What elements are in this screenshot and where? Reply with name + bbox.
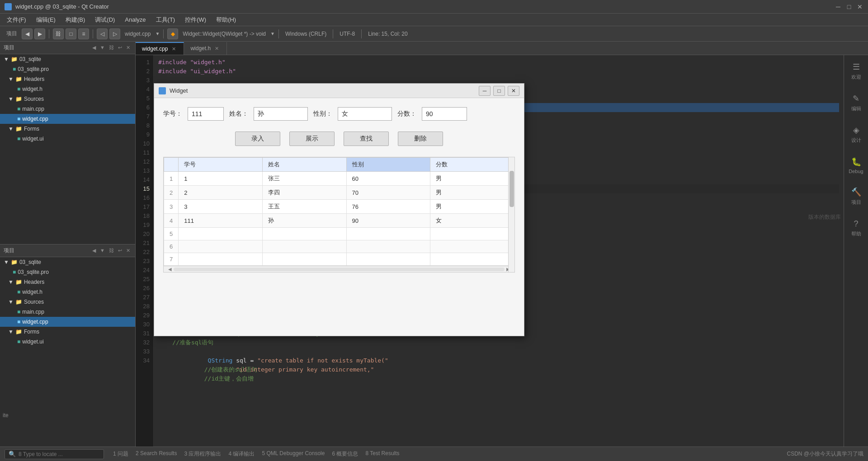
menu-edit[interactable]: 编辑(E) (32, 14, 60, 25)
sidebar: 项目 ◀ ▼ ⛓ ↩ ✕ ▼ 📁 03_sqlite ■ 03_sqlite.p… (0, 42, 136, 447)
right-panel-project[interactable]: 🔨 项目 (843, 184, 868, 208)
dialog-close-button[interactable]: ✕ (508, 86, 519, 96)
debug-icon: 🐛 (851, 156, 862, 167)
right-panel-edit[interactable]: ✎ 编辑 (843, 90, 868, 115)
tree-widget-cpp[interactable]: ■ widget.cpp (0, 114, 135, 124)
sidebar-ctrl-wrap-b[interactable]: ↩ (117, 247, 123, 254)
tree-03sqlite-pro[interactable]: ■ 03_sqlite.pro (0, 64, 135, 74)
app-output-label[interactable]: 3 应用程序输出 (184, 450, 221, 458)
find-button[interactable]: 查找 (344, 132, 389, 146)
sidebar-ctrl-link-b[interactable]: ⛓ (108, 247, 115, 254)
hscroll-left-button[interactable]: ◀ (166, 267, 174, 272)
right-panel-debug[interactable]: 🐛 Debug (843, 154, 868, 177)
cell-score-3: 76 (346, 200, 430, 214)
tree-widget-h[interactable]: ■ widget.h (0, 84, 135, 94)
toolbar-btn-fwd[interactable]: ▷ (109, 28, 120, 39)
tree-main-cpp[interactable]: ■ main.cpp (0, 104, 135, 114)
sidebar-header-top: 项目 ◀ ▼ ⛓ ↩ ✕ (0, 42, 135, 54)
table-scrollbar-horizontal[interactable]: ◀ ▶ (164, 266, 514, 272)
right-panel-help[interactable]: ? 帮助 (843, 216, 868, 240)
overview-label[interactable]: 6 概要信息 (332, 450, 358, 458)
menu-help[interactable]: 帮助(H) (212, 14, 241, 25)
enter-button[interactable]: 录入 (235, 132, 280, 146)
cell-name-6 (262, 240, 346, 253)
search-results-count[interactable]: 2 Search Results (136, 450, 177, 458)
maximize-button[interactable]: □ (845, 3, 853, 10)
tab-close-widget-h[interactable]: ✕ (213, 45, 220, 52)
tab-widget-h[interactable]: widget.h ✕ (184, 42, 227, 55)
cell-score-2: 70 (346, 186, 430, 200)
right-panel-label-edit: 编辑 (851, 105, 861, 112)
menu-analyze[interactable]: Analyze (120, 15, 150, 24)
toolbar-btn-back[interactable]: ◁ (97, 28, 108, 39)
tree-03sqlite-b[interactable]: ▼ 📁 03_sqlite (0, 257, 135, 267)
sidebar-ctrl-wrap[interactable]: ↩ (117, 44, 123, 51)
bottom-bar: 🔍 1 问题 2 Search Results 3 应用程序输出 4 编译输出 … (0, 447, 868, 461)
tree-forms[interactable]: ▼ 📁 Forms (0, 124, 135, 134)
sidebar-ctrl-filter[interactable]: ▼ (99, 44, 106, 51)
tree-widget-ui-b[interactable]: ■ widget.ui (0, 337, 135, 347)
tree-forms-b[interactable]: ▼ 📁 Forms (0, 327, 135, 337)
delete-button[interactable]: 删除 (398, 132, 443, 146)
menu-tools[interactable]: 工具(T) (151, 14, 180, 25)
tab-widget-cpp[interactable]: widget.cpp ✕ (136, 42, 184, 55)
xingming-input[interactable] (254, 107, 308, 121)
toolbar-btn-2[interactable]: ▶ (34, 28, 45, 39)
qml-label[interactable]: 5 QML Debugger Console (262, 450, 325, 458)
fenshu-input[interactable] (422, 107, 467, 121)
menu-file[interactable]: 文件(F) (2, 14, 31, 25)
tree-sources-b[interactable]: ▼ 📁 Sources (0, 297, 135, 307)
table-scrollbar-vertical[interactable] (508, 157, 514, 272)
sidebar-ctrl-close-b[interactable]: ✕ (125, 247, 132, 254)
tree-main-cpp-b[interactable]: ■ main.cpp (0, 307, 135, 317)
right-panel-welcome[interactable]: ☰ 欢迎 (843, 59, 868, 83)
sidebar-ctrl-back[interactable]: ◀ (91, 44, 97, 51)
table-scroll-area[interactable]: 学号 姓名 性别 分数 1 1 张三 60 (164, 157, 514, 266)
minimize-button[interactable]: ─ (835, 3, 842, 10)
xuehao-input[interactable] (188, 107, 224, 121)
right-panel-design[interactable]: ◈ 设计 (843, 122, 868, 146)
menu-bar: 文件(F) 编辑(E) 构建(B) 调试(D) Analyze 工具(T) 控件… (0, 14, 868, 26)
code-line-33: QString sql = "create table if not exist… (158, 347, 839, 356)
tree-03sqlite[interactable]: ▼ 📁 03_sqlite (0, 54, 135, 64)
tree-label-headers: Headers (24, 76, 44, 82)
menu-controls[interactable]: 控件(W) (180, 14, 211, 25)
problems-count[interactable]: 1 问题 (113, 450, 128, 458)
toolbar-btn-1[interactable]: ◀ (22, 28, 33, 39)
tree-widget-h-b[interactable]: ■ widget.h (0, 287, 135, 297)
compile-output-label[interactable]: 4 编译输出 (228, 450, 255, 458)
test-results-label[interactable]: 8 Test Results (365, 450, 399, 458)
dialog-minimize-button[interactable]: ─ (479, 86, 491, 96)
menu-build[interactable]: 构建(B) (61, 14, 90, 25)
col-header-xingbie[interactable]: 性别 (346, 158, 430, 172)
tree-headers[interactable]: ▼ 📁 Headers (0, 74, 135, 84)
search-input[interactable] (19, 451, 100, 457)
tree-sources[interactable]: ▼ 📁 Sources (0, 94, 135, 104)
cell-id-5 (179, 228, 263, 240)
scroll-thumb-v[interactable] (509, 171, 514, 207)
sidebar-ctrl-close[interactable]: ✕ (125, 44, 132, 51)
tab-close-widget-cpp[interactable]: ✕ (170, 46, 177, 52)
close-button[interactable]: ✕ (856, 3, 863, 10)
show-button[interactable]: 展示 (289, 132, 335, 146)
sidebar-ctrl-filter-b[interactable]: ▼ (99, 247, 106, 254)
col-header-xuehao[interactable]: 学号 (179, 158, 263, 172)
folder-symbol-f: 📁 (15, 126, 22, 132)
tree-03sqlite-pro-b[interactable]: ■ 03_sqlite.pro (0, 267, 135, 277)
toolbar-btn-4[interactable]: ≡ (78, 28, 89, 39)
toolbar-btn-link[interactable]: ⛓ (53, 28, 64, 39)
menu-debug[interactable]: 调试(D) (90, 14, 119, 25)
tree-widget-cpp-b[interactable]: ■ widget.cpp (0, 317, 135, 327)
sidebar-ctrl-link[interactable]: ⛓ (108, 44, 115, 51)
cell-score-7 (346, 253, 430, 266)
toolbar-btn-3[interactable]: □ (66, 28, 76, 39)
cell-name-5 (262, 228, 346, 240)
xingbie-input[interactable] (338, 107, 392, 121)
dialog-maximize-button[interactable]: □ (493, 86, 505, 96)
col-header-xingming[interactable]: 姓名 (262, 158, 346, 172)
tree-widget-ui[interactable]: ■ widget.ui (0, 134, 135, 144)
search-bar[interactable]: 🔍 (5, 449, 104, 459)
sidebar-ctrl-back-b[interactable]: ◀ (91, 247, 97, 254)
tree-headers-b[interactable]: ▼ 📁 Headers (0, 277, 135, 287)
col-header-fenshu[interactable]: 分数 (430, 158, 514, 172)
